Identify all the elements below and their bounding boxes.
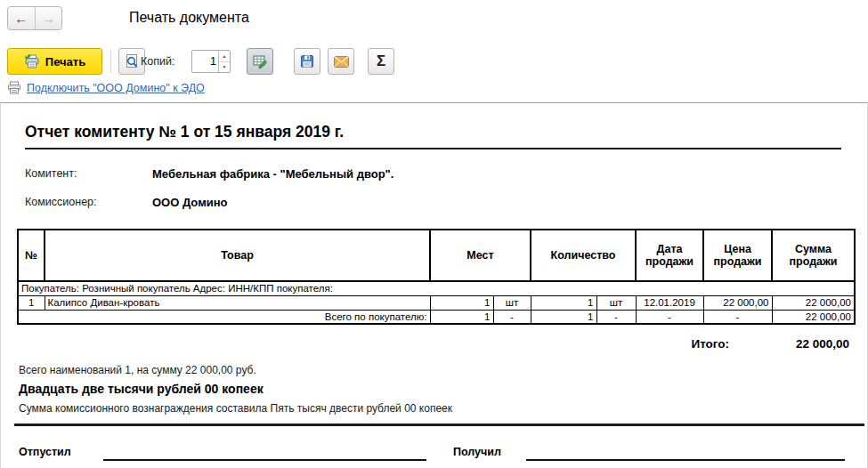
- col-sale-sum: Сумма продажи: [772, 230, 855, 281]
- copies-label: Копий:: [141, 48, 174, 75]
- komissioner-label: Комиссионер:: [25, 196, 152, 209]
- item-sale-sum: 22 000,00: [772, 295, 855, 310]
- received-by-signature-line: [526, 459, 845, 461]
- print-button[interactable]: Печать: [7, 48, 102, 75]
- grand-total-row: Итого: 22 000,00: [1, 337, 867, 355]
- total-date: -: [636, 310, 703, 324]
- total-qty: 1: [531, 310, 596, 324]
- summary-amount-words: Двадцать две тысячи рублей 00 копеек: [19, 382, 867, 396]
- spin-down-icon[interactable]: ▼: [219, 62, 230, 73]
- total-places-qty: 1: [430, 310, 493, 324]
- field-row-komitent: Комитент: Мебельная фабрика - "Мебельный…: [25, 167, 867, 181]
- table-header-row: № Товар Мест Количество Дата продажи Цен…: [18, 230, 855, 281]
- document-title: Отчет комитенту № 1 от 15 января 2019 г.: [25, 123, 841, 149]
- table-edit-icon: [253, 54, 268, 69]
- copies-stepper: ▲ ▼: [191, 50, 231, 73]
- edo-printer-icon: [7, 81, 21, 98]
- total-qty-unit: -: [596, 310, 636, 324]
- released-by-signature-line: [103, 459, 426, 461]
- forward-button[interactable]: →: [36, 7, 62, 29]
- total-price: -: [703, 310, 772, 324]
- released-by-label: Отпустил: [19, 446, 71, 458]
- item-sale-price: 22 000,00: [703, 295, 772, 310]
- total-sum: 22 000,00: [772, 310, 855, 324]
- save-button[interactable]: [294, 48, 320, 75]
- printer-icon: [24, 54, 40, 69]
- summary-block: Всего наименований 1, на сумму 22 000,00…: [19, 364, 867, 415]
- email-button[interactable]: [328, 48, 354, 75]
- summary-commission: Сумма комиссионного вознаграждения соста…: [19, 402, 867, 415]
- save-icon: [300, 54, 314, 69]
- copies-spin-arrows: ▲ ▼: [218, 51, 230, 72]
- item-qty-unit: шт: [596, 295, 636, 310]
- col-num: №: [18, 230, 45, 281]
- col-product: Товар: [45, 230, 430, 281]
- print-button-label: Печать: [45, 55, 85, 69]
- edo-row: Подключить "ООО Домино" к ЭДО: [0, 79, 868, 101]
- back-button[interactable]: ←: [8, 7, 36, 29]
- item-name: Калипсо Диван-кровать: [45, 295, 430, 310]
- print-form: Отчет комитенту № 1 от 15 января 2019 г.…: [0, 102, 868, 468]
- col-sale-date: Дата продажи: [636, 230, 703, 281]
- col-places: Мест: [430, 230, 531, 281]
- print-preview-icon: [125, 54, 139, 69]
- buyer-total-label: Всего по покупателю:: [18, 310, 430, 324]
- item-places-qty: 1: [430, 295, 493, 310]
- received-by-label: Получил: [453, 446, 501, 458]
- sum-button[interactable]: Σ: [368, 48, 394, 75]
- col-quantity: Количество: [531, 230, 636, 281]
- grand-total-value: 22 000,00: [796, 337, 849, 351]
- email-icon: [334, 56, 349, 68]
- table-row: 1 Калипсо Диван-кровать 1 шт 1 шт 12.01.…: [18, 295, 855, 310]
- col-sale-price: Цена продажи: [703, 230, 772, 281]
- komissioner-value: ООО Домино: [152, 196, 228, 209]
- table-edit-button[interactable]: [247, 48, 273, 75]
- komitent-label: Комитент:: [25, 167, 152, 181]
- nav-button-group: ← →: [7, 6, 62, 30]
- buyer-total-row: Всего по покупателю: 1 - 1 - - - 22 000,…: [18, 310, 855, 324]
- buyer-row: Покупатель: Розничный покупатель Адрес: …: [18, 281, 855, 295]
- komitent-value: Мебельная фабрика - "Мебельный двор".: [152, 167, 393, 181]
- buyer-info: Покупатель: Розничный покупатель Адрес: …: [18, 281, 855, 295]
- item-sale-date: 12.01.2019: [636, 295, 703, 310]
- copies-input[interactable]: [192, 51, 218, 72]
- toolbar-separator: [110, 50, 111, 73]
- spin-up-icon[interactable]: ▲: [219, 51, 230, 62]
- summary-items-count: Всего наименований 1, на сумму 22 000,00…: [19, 364, 867, 376]
- item-num: 1: [18, 295, 45, 310]
- toolbar: Печать Копий: ▲ ▼: [0, 40, 868, 79]
- grand-total-label: Итого:: [691, 337, 729, 351]
- total-places-unit: -: [493, 310, 531, 324]
- sum-icon: Σ: [377, 52, 385, 70]
- goods-table: № Товар Мест Количество Дата продажи Цен…: [17, 229, 856, 325]
- top-bar: ← → Печать документа: [0, 0, 868, 40]
- edo-connect-link[interactable]: Подключить "ООО Домино" к ЭДО: [27, 82, 205, 94]
- field-row-komissioner: Комиссионер: ООО Домино: [25, 196, 867, 209]
- signatures-block: Отпустил Получил: [1, 426, 867, 462]
- item-qty: 1: [531, 295, 596, 310]
- page-title: Печать документа: [129, 10, 249, 26]
- item-places-unit: шт: [493, 295, 531, 310]
